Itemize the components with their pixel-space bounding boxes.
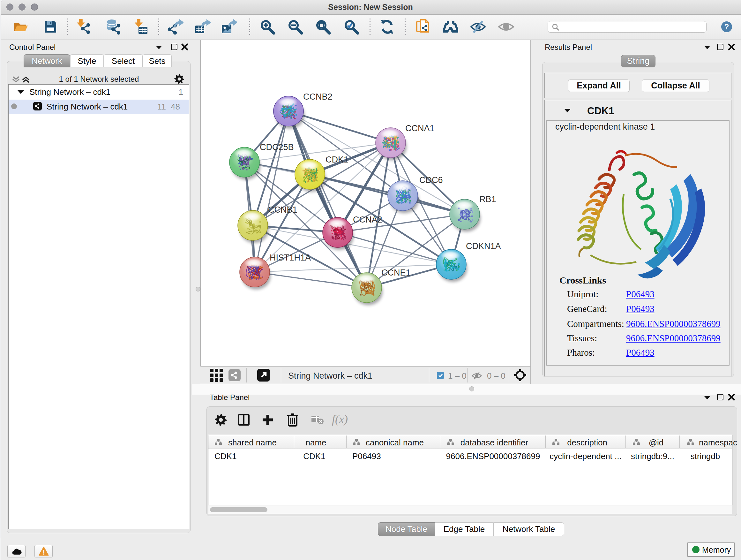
svg-text:CDC6: CDC6 [419,175,443,185]
svg-text:CCNA1: CCNA1 [405,124,434,133]
svg-text:CDC25B: CDC25B [260,142,294,152]
svg-text:CCNA2: CCNA2 [353,215,382,225]
svg-text:RB1: RB1 [479,194,496,204]
svg-text:CCNE1: CCNE1 [381,268,411,277]
svg-text:CCNB1: CCNB1 [268,205,297,214]
svg-text:CDKN1A: CDKN1A [466,241,501,251]
svg-text:HIST1H1A: HIST1H1A [270,253,311,262]
svg-text:CCNB2: CCNB2 [303,92,333,102]
svg-text:CDK1: CDK1 [326,155,348,165]
